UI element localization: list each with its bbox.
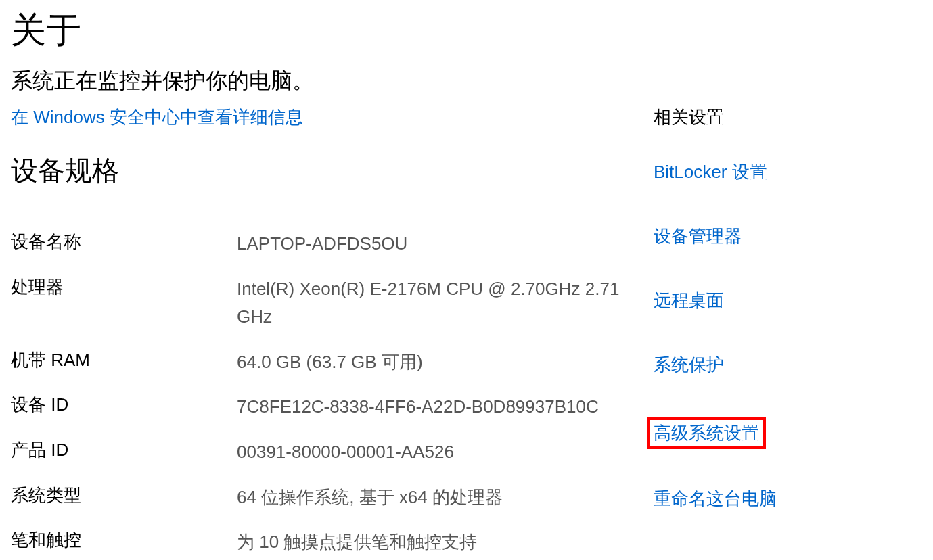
spec-label: 设备 ID bbox=[11, 393, 237, 417]
spec-value: 为 10 触摸点提供笔和触控支持 bbox=[237, 528, 627, 557]
spec-value: Intel(R) Xeon(R) E-2176M CPU @ 2.70GHz 2… bbox=[237, 275, 627, 331]
system-protection-link[interactable]: 系统保护 bbox=[654, 353, 884, 377]
bitlocker-link[interactable]: BitLocker 设置 bbox=[654, 160, 884, 184]
device-specs-title: 设备规格 bbox=[11, 152, 627, 189]
spec-table: 设备名称 LAPTOP-ADFDS5OU 处理器 Intel(R) Xeon(R… bbox=[11, 230, 627, 557]
spec-label: 系统类型 bbox=[11, 484, 237, 507]
spec-label: 处理器 bbox=[11, 275, 237, 299]
page-title: 关于 bbox=[11, 7, 627, 54]
rename-pc-link[interactable]: 重命名这台电脑 bbox=[654, 487, 884, 511]
spec-row-system-type: 系统类型 64 位操作系统, 基于 x64 的处理器 bbox=[11, 484, 627, 512]
spec-value: 64.0 GB (63.7 GB 可用) bbox=[237, 348, 627, 377]
spec-label: 设备名称 bbox=[11, 230, 237, 254]
spec-label: 机带 RAM bbox=[11, 348, 237, 372]
advanced-system-settings-link[interactable]: 高级系统设置 bbox=[654, 421, 759, 445]
spec-row-device-id: 设备 ID 7C8FE12C-8338-4FF6-A22D-B0D89937B1… bbox=[11, 393, 627, 421]
spec-value: 00391-80000-00001-AA526 bbox=[237, 438, 627, 467]
spec-row-product-id: 产品 ID 00391-80000-00001-AA526 bbox=[11, 438, 627, 467]
remote-desktop-link[interactable]: 远程桌面 bbox=[654, 289, 884, 312]
spec-value: 64 位操作系统, 基于 x64 的处理器 bbox=[237, 484, 627, 512]
spec-row-ram: 机带 RAM 64.0 GB (63.7 GB 可用) bbox=[11, 348, 627, 377]
advanced-settings-highlight: 高级系统设置 bbox=[647, 417, 766, 449]
spec-row-device-name: 设备名称 LAPTOP-ADFDS5OU bbox=[11, 230, 627, 258]
spec-value: 7C8FE12C-8338-4FF6-A22D-B0D89937B10C bbox=[237, 393, 627, 421]
related-settings-title: 相关设置 bbox=[654, 106, 884, 129]
spec-label: 笔和触控 bbox=[11, 528, 237, 552]
device-manager-link[interactable]: 设备管理器 bbox=[654, 225, 884, 248]
spec-label: 产品 ID bbox=[11, 438, 237, 462]
security-subtitle: 系统正在监控并保护你的电脑。 bbox=[11, 66, 627, 96]
spec-value: LAPTOP-ADFDS5OU bbox=[237, 230, 627, 258]
spec-row-pen-touch: 笔和触控 为 10 触摸点提供笔和触控支持 bbox=[11, 528, 627, 557]
spec-row-processor: 处理器 Intel(R) Xeon(R) E-2176M CPU @ 2.70G… bbox=[11, 275, 627, 331]
security-center-link[interactable]: 在 Windows 安全中心中查看详细信息 bbox=[11, 106, 303, 129]
